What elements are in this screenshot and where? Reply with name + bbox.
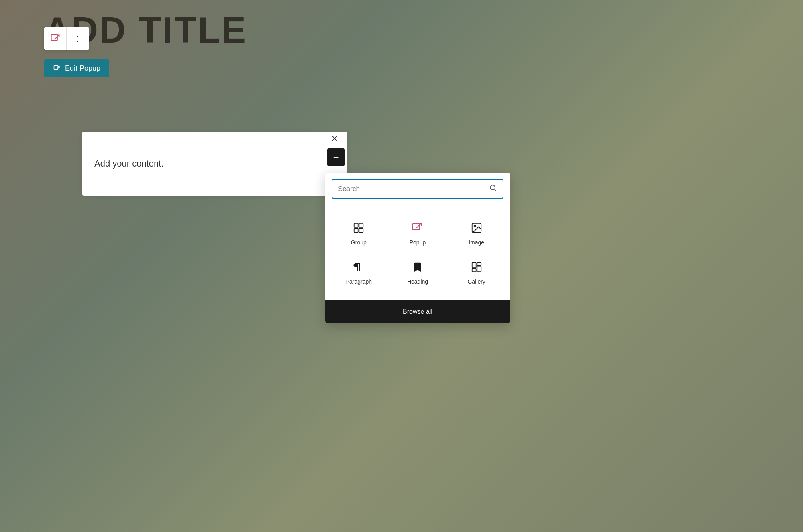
block-item-image[interactable]: Image xyxy=(447,213,506,253)
search-area xyxy=(325,173,510,205)
search-box xyxy=(332,179,503,199)
svg-rect-11 xyxy=(472,263,476,268)
svg-rect-7 xyxy=(359,228,363,232)
close-button[interactable]: ✕ xyxy=(327,132,342,146)
svg-point-10 xyxy=(474,225,475,227)
svg-rect-8 xyxy=(412,224,420,230)
heading-label: Heading xyxy=(407,278,428,285)
browse-all-button[interactable]: Browse all xyxy=(325,300,510,323)
close-icon: ✕ xyxy=(331,134,338,144)
svg-rect-13 xyxy=(477,266,481,272)
add-block-button[interactable]: + xyxy=(327,148,345,166)
content-placeholder-text: Add your content. xyxy=(94,158,163,169)
block-item-group[interactable]: Group xyxy=(329,213,388,253)
svg-line-3 xyxy=(495,189,497,191)
image-icon xyxy=(469,221,484,235)
svg-rect-14 xyxy=(472,269,476,272)
paragraph-label: Paragraph xyxy=(346,278,372,285)
block-item-paragraph[interactable]: Paragraph xyxy=(329,253,388,292)
gallery-label: Gallery xyxy=(467,278,485,285)
toolbar: ⋮ xyxy=(44,27,89,50)
group-icon xyxy=(351,221,366,235)
block-item-popup[interactable]: Popup xyxy=(388,213,447,253)
external-link-icon xyxy=(53,65,61,73)
ellipsis-icon: ⋮ xyxy=(74,34,82,43)
svg-point-2 xyxy=(490,185,495,190)
block-item-gallery[interactable]: Gallery xyxy=(447,253,506,292)
image-label: Image xyxy=(469,239,484,246)
svg-rect-1 xyxy=(54,65,58,69)
svg-rect-5 xyxy=(354,228,358,232)
block-item-heading[interactable]: Heading xyxy=(388,253,447,292)
heading-icon xyxy=(410,260,425,274)
popup-block-icon xyxy=(410,221,425,235)
blocks-grid: Group Popup Image xyxy=(325,205,510,300)
popup-label: Popup xyxy=(410,239,426,246)
browse-all-label: Browse all xyxy=(403,308,432,315)
edit-popup-label: Edit Popup xyxy=(65,64,100,73)
search-input[interactable] xyxy=(338,185,486,193)
paragraph-icon xyxy=(351,260,366,274)
popup-button[interactable] xyxy=(44,27,67,50)
group-label: Group xyxy=(351,239,367,246)
edit-popup-button[interactable]: Edit Popup xyxy=(44,59,109,77)
block-inserter-panel: Group Popup Image xyxy=(325,173,510,323)
svg-rect-12 xyxy=(477,263,481,265)
svg-rect-4 xyxy=(354,223,358,227)
gallery-icon xyxy=(469,260,484,274)
search-icon xyxy=(489,184,497,194)
plus-icon: + xyxy=(333,151,339,164)
content-card: Add your content. xyxy=(82,132,347,196)
more-options-button[interactable]: ⋮ xyxy=(67,27,89,50)
svg-rect-6 xyxy=(359,223,363,227)
